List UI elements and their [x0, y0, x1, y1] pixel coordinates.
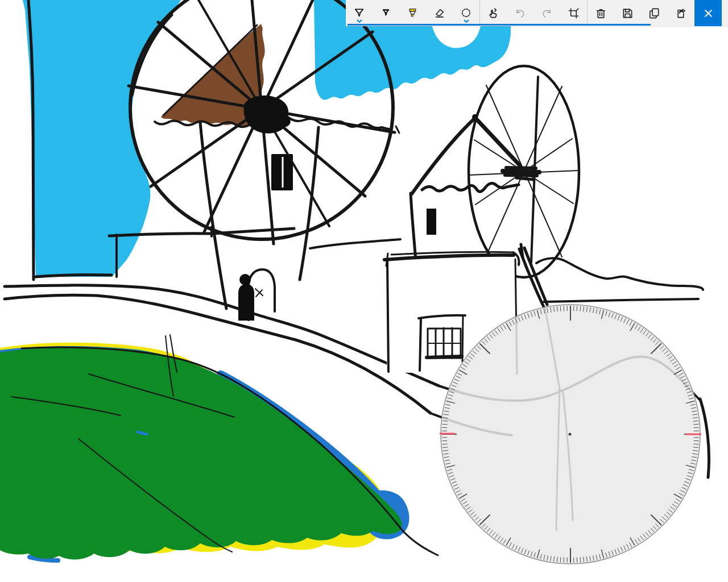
- eraser-icon: [433, 7, 446, 20]
- annotation-toolbar: [346, 0, 728, 26]
- highlighter-icon: [406, 7, 419, 20]
- ruler-button[interactable]: [453, 0, 479, 26]
- pen-stroke-on-protractor-edge: [700, 399, 709, 477]
- crop-button[interactable]: [560, 0, 587, 26]
- close-icon: [702, 7, 715, 20]
- copy-icon: [648, 7, 661, 20]
- person-silhouette: [239, 274, 251, 285]
- chevron-down-icon: [463, 19, 469, 23]
- undo-icon: [514, 7, 527, 20]
- drawing-canvas[interactable]: [0, 0, 728, 582]
- sky-marker-fill: [23, 0, 511, 277]
- protractor-icon: [460, 7, 473, 20]
- crop-icon: [567, 7, 580, 20]
- trash-icon: [594, 7, 607, 20]
- sketch-app-window: [0, 0, 728, 582]
- pencil-button[interactable]: [373, 0, 399, 26]
- save-icon: [621, 7, 634, 20]
- pencil-icon: [379, 7, 392, 20]
- windmill-hub: [244, 95, 291, 134]
- touch-writing-icon: [487, 7, 500, 20]
- protractor-center-dot: [569, 433, 572, 436]
- ballpoint-pen-icon: [353, 7, 366, 20]
- highlighter-button[interactable]: [399, 0, 426, 26]
- delete-button[interactable]: [588, 0, 614, 26]
- ballpoint-pen-button[interactable]: [346, 0, 373, 26]
- redo-icon: [540, 7, 553, 20]
- hill-marker-fill: [0, 343, 410, 560]
- share-button[interactable]: [668, 0, 694, 26]
- close-button[interactable]: [694, 0, 722, 26]
- protractor-tool[interactable]: [440, 305, 701, 564]
- touch-writing-button[interactable]: [480, 0, 507, 26]
- redo-button[interactable]: [533, 0, 560, 26]
- chevron-down-icon: [356, 19, 362, 23]
- eraser-button[interactable]: [426, 0, 453, 26]
- save-button[interactable]: [614, 0, 641, 26]
- copy-button[interactable]: [641, 0, 668, 26]
- undo-button[interactable]: [507, 0, 533, 26]
- mill2-window: [427, 209, 436, 235]
- share-icon: [675, 7, 688, 20]
